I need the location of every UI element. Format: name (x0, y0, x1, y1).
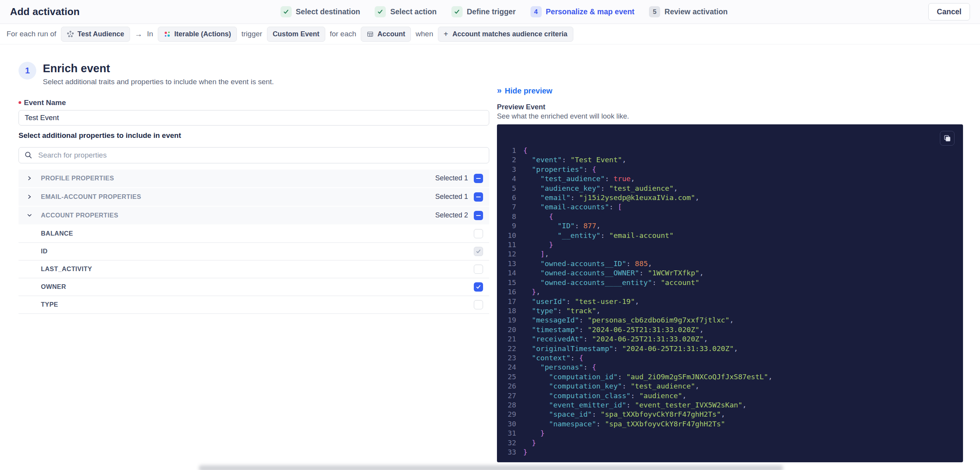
page-title: Add activation (10, 6, 80, 18)
property-label: BALANCE (41, 230, 73, 237)
line-number: 16 (497, 287, 516, 297)
code-line: 31 } (497, 429, 963, 438)
line-number: 21 (497, 334, 516, 344)
code-line: 20 "timestamp": "2024-06-25T21:31:33.020… (497, 325, 963, 334)
event-name-label: Event Name (19, 98, 489, 107)
enrich-event-section: 1 Enrich event Select additional traits … (19, 44, 489, 314)
section-title: Enrich event (43, 63, 274, 75)
group-indeterminate-checkbox[interactable] (474, 211, 483, 220)
property-accordion: PROFILE PROPERTIESSelected 1EMAIL-ACCOUN… (19, 170, 489, 314)
trigger-summary-bar: For each run of Test Audience → In Itera… (0, 24, 980, 44)
line-number: 24 (497, 363, 516, 372)
chevron-right-icon (27, 176, 33, 181)
chevron-right-icon (27, 194, 33, 199)
plus-icon: + (444, 31, 448, 37)
criteria-pill[interactable]: + Account matches audience criteria (438, 27, 573, 42)
code-line: 3 "properties": { (497, 165, 963, 174)
code-line: 25 "computation_id": "aud_2iO9m2gSFmJNXC… (497, 372, 963, 382)
hide-preview-link[interactable]: » Hide preview (497, 86, 553, 96)
line-number: 32 (497, 438, 516, 448)
group-indeterminate-checkbox[interactable] (474, 192, 483, 202)
property-group-email-account-properties[interactable]: EMAIL-ACCOUNT PROPERTIESSelected 1 (19, 188, 489, 206)
group-label: EMAIL-ACCOUNT PROPERTIES (41, 193, 141, 200)
app-header: Add activation Select destinationSelect … (0, 0, 980, 24)
code-line: 33} (497, 448, 963, 457)
copy-button[interactable] (940, 131, 955, 146)
step-define-trigger[interactable]: Define trigger (451, 6, 516, 17)
line-number: 1 (497, 146, 516, 155)
code-line: 6 "email": "j15i2ysedp@k1euxaIVia.com", (497, 193, 963, 202)
event-name-field[interactable] (19, 110, 489, 126)
code-line: 12 ], (497, 249, 963, 259)
double-chevron-right-icon: » (497, 86, 501, 96)
step-label: Select destination (296, 7, 360, 16)
line-number: 9 (497, 221, 516, 231)
step-review-activation[interactable]: 5Review activation (649, 6, 728, 17)
property-row-owner: OWNER (19, 278, 489, 296)
line-number: 5 (497, 184, 516, 193)
checkbox-id[interactable] (474, 247, 483, 256)
trigger-prefix-text: For each run of (7, 30, 56, 38)
checkbox-owner[interactable] (474, 282, 483, 292)
enrich-header: 1 Enrich event Select additional traits … (19, 62, 489, 86)
code-line: 32 } (497, 438, 963, 448)
code-line: 14 "owned-accounts__OWNER": "1WCWrTXfkp"… (497, 268, 963, 278)
code-line: 22 "originalTimestamp": "2024-06-25T21:3… (497, 344, 963, 353)
step-select-destination[interactable]: Select destination (280, 6, 360, 17)
code-line: 24 "personas": { (497, 363, 963, 372)
code-line: 26 "computation_key": "test_audience", (497, 382, 963, 391)
code-line: 29 "space_id": "spa_tXXbfoyvCkY8rF47ghH2… (497, 410, 963, 419)
code-line: 30 "namespace": "spa_tXXbfoyvCkY8rF47ghH… (497, 419, 963, 429)
checkbox-type[interactable] (474, 300, 483, 309)
line-number: 6 (497, 193, 516, 202)
property-group-profile-properties[interactable]: PROFILE PROPERTIESSelected 1 (19, 170, 489, 187)
property-search (19, 147, 489, 163)
audience-pill-label: Test Audience (78, 30, 124, 38)
line-number: 23 (497, 353, 516, 363)
property-label: ID (41, 248, 47, 255)
section-step-number: 1 (19, 62, 36, 80)
code-line: 27 "computation_class": "audience", (497, 391, 963, 400)
when-text: when (416, 30, 433, 38)
property-label: LAST_ACTIVITY (41, 265, 92, 273)
code-line: 21 "receivedAt": "2024-06-25T21:31:33.02… (497, 334, 963, 344)
step-label: Personalize & map event (546, 7, 635, 16)
required-dot-icon (19, 101, 21, 104)
checkbox-last-activity[interactable] (474, 265, 483, 274)
property-group-account-properties[interactable]: ACCOUNT PROPERTIESSelected 2 (19, 207, 489, 224)
group-indeterminate-checkbox[interactable] (474, 174, 483, 183)
line-number: 14 (497, 268, 516, 278)
line-number: 11 (497, 240, 516, 249)
step-personalize-map-event[interactable]: 4Personalize & map event (531, 6, 635, 17)
iterable-icon (164, 31, 171, 38)
cancel-button[interactable]: Cancel (928, 3, 970, 20)
checkbox-balance[interactable] (474, 229, 483, 238)
selected-count: Selected 1 (435, 193, 468, 201)
line-number: 12 (497, 249, 516, 259)
line-number: 4 (497, 174, 516, 183)
line-number: 19 (497, 316, 516, 325)
search-input[interactable] (37, 151, 487, 160)
for-each-text: for each (330, 30, 357, 38)
destination-pill[interactable]: Iterable (Actions) (158, 27, 237, 42)
line-number: 20 (497, 325, 516, 334)
line-number: 7 (497, 202, 516, 212)
audience-pill[interactable]: Test Audience (61, 27, 130, 42)
line-number: 2 (497, 155, 516, 165)
step-label: Select action (390, 7, 436, 16)
code-line: 11 } (497, 240, 963, 249)
entity-pill[interactable]: Account (361, 27, 411, 42)
checkmark-icon (451, 6, 463, 17)
properties-section-label: Select additional properties to include … (19, 131, 489, 140)
search-icon (24, 151, 32, 159)
line-number: 31 (497, 429, 516, 438)
line-number: 10 (497, 231, 516, 240)
event-pill[interactable]: Custom Event (267, 27, 325, 42)
checkmark-icon (375, 6, 386, 17)
group-label: PROFILE PROPERTIES (41, 175, 114, 182)
step-select-action[interactable]: Select action (375, 6, 436, 17)
chevron-down-icon (27, 213, 33, 218)
line-number: 27 (497, 391, 516, 400)
code-line: 7 "email-accounts": [ (497, 202, 963, 212)
line-number: 13 (497, 259, 516, 268)
